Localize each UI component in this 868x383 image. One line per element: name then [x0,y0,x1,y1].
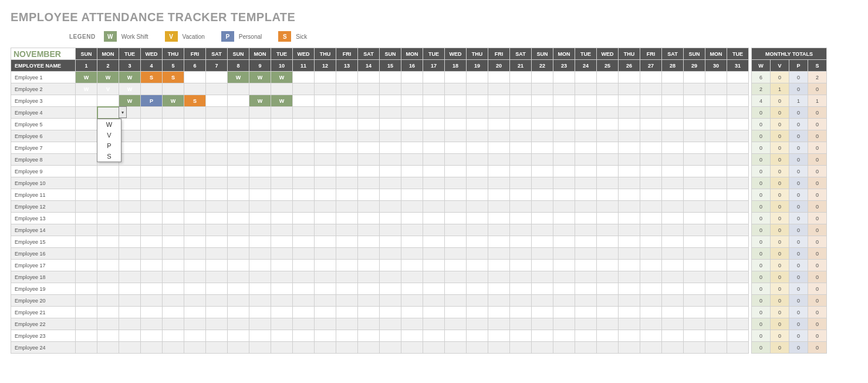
attendance-cell[interactable] [401,201,423,213]
attendance-cell[interactable] [119,318,141,330]
attendance-cell[interactable] [119,189,141,201]
attendance-cell[interactable] [401,119,423,130]
attendance-cell[interactable] [575,166,597,177]
attendance-cell[interactable] [228,213,249,224]
attendance-cell[interactable] [575,83,597,95]
attendance-cell[interactable] [315,213,336,224]
attendance-cell[interactable] [141,201,163,213]
attendance-cell[interactable] [532,295,553,307]
attendance-cell[interactable] [423,177,445,189]
attendance-cell[interactable] [315,177,336,189]
attendance-cell[interactable] [163,295,184,307]
attendance-cell[interactable] [358,72,380,83]
attendance-cell[interactable] [423,95,445,107]
attendance-cell[interactable] [401,260,423,271]
attendance-cell[interactable] [423,166,445,177]
attendance-cell[interactable] [249,142,271,154]
attendance-cell[interactable] [553,166,575,177]
dropdown-option-v[interactable]: V [97,130,121,140]
attendance-cell[interactable] [488,119,510,130]
attendance-cell[interactable] [553,248,575,260]
attendance-cell[interactable] [228,307,249,318]
attendance-cell[interactable] [662,283,684,295]
attendance-cell[interactable] [640,142,662,154]
attendance-cell[interactable] [662,166,684,177]
attendance-cell[interactable] [184,201,206,213]
attendance-cell[interactable]: W [271,72,293,83]
attendance-cell[interactable] [532,119,553,130]
attendance-cell[interactable] [97,166,119,177]
attendance-cell[interactable] [553,83,575,95]
attendance-cell[interactable] [141,236,163,248]
dropdown-list[interactable]: WVPS [97,119,121,162]
attendance-cell[interactable] [119,342,141,354]
attendance-cell[interactable] [184,189,206,201]
attendance-cell[interactable] [206,318,228,330]
attendance-cell[interactable] [76,318,97,330]
attendance-cell[interactable] [445,248,467,260]
attendance-cell[interactable] [206,271,228,283]
attendance-cell[interactable] [249,224,271,236]
attendance-cell[interactable] [358,213,380,224]
attendance-cell[interactable] [358,119,380,130]
attendance-cell[interactable] [553,224,575,236]
attendance-cell[interactable] [271,177,293,189]
attendance-cell[interactable] [532,213,553,224]
attendance-cell[interactable] [184,295,206,307]
attendance-cell[interactable]: S [141,72,163,83]
attendance-cell[interactable] [445,342,467,354]
attendance-cell[interactable] [423,260,445,271]
attendance-cell[interactable] [553,330,575,342]
attendance-cell[interactable] [532,236,553,248]
attendance-cell[interactable] [510,83,532,95]
attendance-cell[interactable] [640,95,662,107]
attendance-cell[interactable] [684,307,705,318]
attendance-cell[interactable] [380,224,401,236]
attendance-cell[interactable] [76,95,97,107]
attendance-cell[interactable] [315,307,336,318]
attendance-cell[interactable] [401,130,423,142]
attendance-cell[interactable] [358,130,380,142]
attendance-cell[interactable] [163,330,184,342]
attendance-cell[interactable] [141,342,163,354]
attendance-cell[interactable] [445,166,467,177]
employee-name-cell[interactable]: Employee 17 [11,260,76,271]
attendance-cell[interactable] [97,236,119,248]
attendance-cell[interactable] [510,224,532,236]
attendance-cell[interactable] [119,177,141,189]
attendance-cell[interactable] [141,307,163,318]
attendance-cell[interactable] [575,224,597,236]
attendance-cell[interactable] [163,307,184,318]
attendance-cell[interactable] [293,130,315,142]
attendance-cell[interactable] [163,154,184,166]
attendance-cell[interactable] [467,119,488,130]
attendance-cell[interactable] [76,248,97,260]
attendance-cell[interactable] [271,119,293,130]
attendance-cell[interactable] [445,95,467,107]
attendance-cell[interactable] [358,260,380,271]
attendance-cell[interactable] [97,177,119,189]
attendance-cell[interactable] [293,342,315,354]
attendance-cell[interactable] [76,342,97,354]
attendance-cell[interactable] [163,177,184,189]
attendance-cell[interactable] [141,154,163,166]
attendance-cell[interactable] [141,130,163,142]
attendance-cell[interactable] [684,177,705,189]
attendance-cell[interactable] [553,342,575,354]
attendance-cell[interactable] [488,307,510,318]
attendance-cell[interactable] [662,260,684,271]
attendance-cell[interactable] [249,271,271,283]
attendance-cell[interactable] [206,119,228,130]
attendance-cell[interactable] [467,236,488,248]
attendance-cell[interactable] [467,248,488,260]
attendance-cell[interactable] [662,213,684,224]
attendance-cell[interactable] [358,83,380,95]
attendance-cell[interactable] [662,330,684,342]
attendance-cell[interactable] [619,236,640,248]
employee-name-cell[interactable]: Employee 19 [11,283,76,295]
attendance-cell[interactable]: W [249,95,271,107]
attendance-cell[interactable] [293,107,315,119]
attendance-cell[interactable] [315,201,336,213]
attendance-cell[interactable] [315,107,336,119]
employee-name-cell[interactable]: Employee 12 [11,201,76,213]
